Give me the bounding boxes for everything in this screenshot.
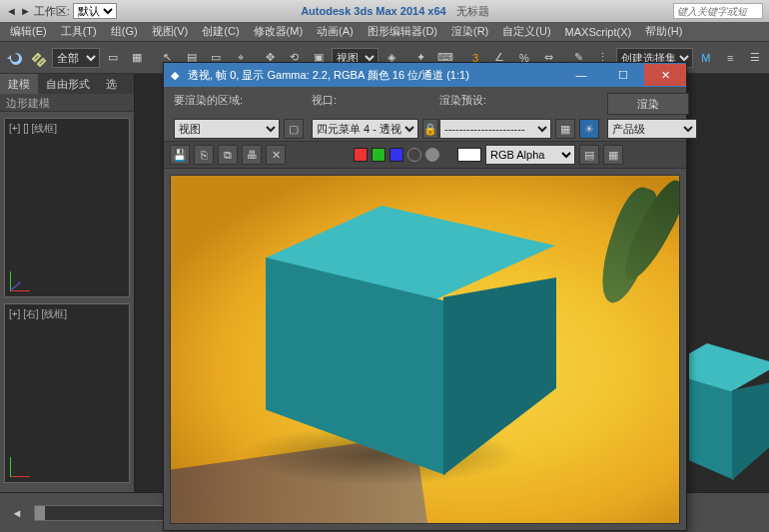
link-icon[interactable] — [27, 45, 49, 71]
render-output-select[interactable]: 产品级 — [607, 119, 697, 139]
menu-help[interactable]: 帮助(H) — [639, 22, 688, 41]
app-title: Autodesk 3ds Max 2014 x64无标题 — [117, 4, 673, 19]
select-filter-icon[interactable]: ▭ — [102, 45, 124, 71]
workspace-label: 工作区: — [34, 4, 70, 19]
menu-animation[interactable]: 动画(A) — [311, 22, 360, 41]
viewport-perspective[interactable] — [689, 283, 769, 523]
select-window-icon[interactable]: ▦ — [126, 45, 148, 71]
axis-gizmo-icon — [10, 262, 40, 291]
ribbon-subtab[interactable]: 边形建模 — [0, 94, 134, 112]
menu-customize[interactable]: 自定义(U) — [496, 22, 556, 41]
render-window-titlebar[interactable]: ◆ 透视, 帧 0, 显示 Gamma: 2.2, RGBA 颜色 16 位/通… — [164, 63, 686, 87]
channel-blue-toggle[interactable] — [389, 148, 403, 162]
menu-create[interactable]: 创建(C) — [196, 22, 245, 41]
environment-icon[interactable]: ☀ — [579, 119, 599, 139]
print-image-icon[interactable]: 🖶 — [242, 145, 262, 165]
nav-right-icon[interactable]: ► — [20, 5, 31, 17]
clear-image-icon[interactable]: ✕ — [266, 145, 286, 165]
workspace-switcher[interactable]: ◄ ► 工作区: 默认 — [6, 3, 117, 19]
minimize-button[interactable]: — — [560, 64, 602, 86]
menu-tools[interactable]: 工具(T) — [55, 22, 103, 41]
menu-modifiers[interactable]: 修改器(M) — [248, 22, 310, 41]
menu-group[interactable]: 组(G) — [105, 22, 144, 41]
render-options-row: 要渲染的区域: 视口: 渲染预设: 渲染 视图 ▢ 四元菜单 4 - 透视 🔒 … — [164, 87, 686, 141]
toggle-overlay-icon[interactable]: ▤ — [579, 145, 599, 165]
preset-label: 渲染预设: — [439, 93, 599, 115]
tab-freeform[interactable]: 自由形式 — [38, 74, 98, 94]
align-icon[interactable]: ≡ — [719, 45, 741, 71]
tab-modeling[interactable]: 建模 — [0, 74, 38, 94]
menu-view[interactable]: 视图(V) — [146, 22, 195, 41]
undo-icon[interactable] — [3, 45, 25, 71]
main-menubar: 编辑(E) 工具(T) 组(G) 视图(V) 创建(C) 修改器(M) 动画(A… — [0, 22, 769, 42]
nav-left-icon[interactable]: ◄ — [6, 5, 17, 17]
layers-icon[interactable]: ☰ — [744, 45, 766, 71]
viewport-right-label[interactable]: [+] [右] [线框] — [9, 307, 67, 321]
channel-green-toggle[interactable] — [372, 148, 385, 162]
viewport-top[interactable]: [+] [] [线框] — [4, 118, 130, 297]
viewport-top-label[interactable]: [+] [] [线框] — [9, 122, 57, 136]
close-button[interactable]: ✕ — [644, 64, 686, 86]
render-window-title: 透视, 帧 0, 显示 Gamma: 2.2, RGBA 颜色 16 位/通道 … — [186, 68, 560, 83]
copy-image-icon[interactable]: ⎘ — [194, 145, 214, 165]
mirror-icon[interactable]: M — [695, 45, 717, 71]
app-icon: ◆ — [164, 69, 186, 82]
save-image-icon[interactable]: 💾 — [170, 145, 190, 165]
scene-box-object[interactable] — [689, 343, 769, 483]
render-button[interactable]: 渲染 — [607, 93, 689, 115]
render-viewport-select[interactable]: 四元菜单 4 - 透视 — [312, 119, 418, 139]
channel-mono-toggle[interactable] — [425, 148, 439, 162]
workspace-select[interactable]: 默认 — [73, 3, 117, 19]
clone-window-icon[interactable]: ⧉ — [218, 145, 238, 165]
channel-select[interactable]: RGB Alpha — [485, 145, 575, 165]
time-slider[interactable] — [34, 505, 174, 521]
timeline-prev-icon[interactable]: ◄ — [4, 500, 30, 526]
lock-viewport-icon[interactable]: 🔒 — [422, 119, 438, 139]
maximize-button[interactable]: ☐ — [602, 64, 644, 86]
render-area-select[interactable]: 视图 — [174, 119, 280, 139]
tab-selection[interactable]: 选 — [98, 74, 125, 94]
render-output-view[interactable] — [170, 175, 680, 524]
ribbon-panel: 建模 自由形式 选 边形建模 [+] [] [线框] [+] [右] [线框] — [0, 74, 135, 532]
viewport-label: 视口: — [312, 93, 431, 115]
render-setup-icon[interactable]: ▦ — [555, 119, 575, 139]
area-label: 要渲染的区域: — [174, 93, 304, 115]
menu-graph-editors[interactable]: 图形编辑器(D) — [362, 22, 443, 41]
rendered-box-object — [231, 206, 550, 475]
menu-rendering[interactable]: 渲染(R) — [445, 22, 494, 41]
help-search-input[interactable] — [673, 3, 763, 19]
render-frame-window: ◆ 透视, 帧 0, 显示 Gamma: 2.2, RGBA 颜色 16 位/通… — [163, 62, 687, 531]
selection-scope-select[interactable]: 全部 — [52, 48, 100, 68]
render-toolbar: 💾 ⎘ ⧉ 🖶 ✕ RGB Alpha ▤ ▦ — [164, 141, 686, 169]
toggle-ui-icon[interactable]: ▦ — [603, 145, 623, 165]
channel-alpha-toggle[interactable] — [407, 148, 421, 162]
viewport-right[interactable]: [+] [右] [线框] — [4, 303, 130, 483]
bg-swatch[interactable] — [457, 148, 481, 162]
menu-edit[interactable]: 编辑(E) — [4, 22, 53, 41]
channel-red-toggle[interactable] — [354, 148, 368, 162]
axis-gizmo-icon — [10, 447, 40, 477]
render-preset-select[interactable]: ---------------------- — [439, 119, 551, 139]
ribbon-tabs: 建模 自由形式 选 — [0, 74, 134, 94]
app-titlebar: ◄ ► 工作区: 默认 Autodesk 3ds Max 2014 x64无标题 — [0, 0, 769, 22]
menu-maxscript[interactable]: MAXScript(X) — [559, 24, 638, 40]
region-edit-icon[interactable]: ▢ — [284, 119, 304, 139]
